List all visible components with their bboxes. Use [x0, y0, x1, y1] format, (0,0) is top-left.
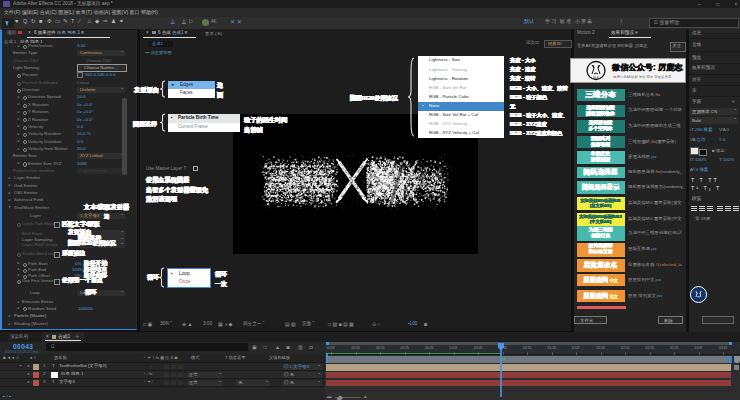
svg-text:VLK: VLK	[593, 76, 600, 80]
